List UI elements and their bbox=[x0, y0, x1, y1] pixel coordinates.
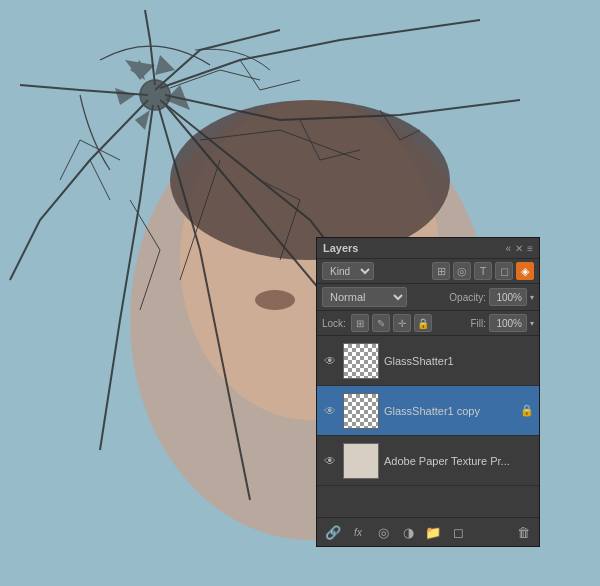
link-layers-icon[interactable]: 🔗 bbox=[323, 522, 343, 542]
lock-label: Lock: bbox=[322, 318, 346, 329]
lock-all-btn[interactable]: 🔒 bbox=[414, 314, 432, 332]
delete-layer-icon[interactable]: 🗑 bbox=[513, 522, 533, 542]
filter-smart-icon[interactable]: ◈ bbox=[516, 262, 534, 280]
blend-mode-select[interactable]: Normal bbox=[322, 287, 407, 307]
filter-adjust-icon[interactable]: ◎ bbox=[453, 262, 471, 280]
layer-item[interactable]: 👁 Adobe Paper Texture Pr... bbox=[317, 436, 539, 486]
new-layer-icon[interactable]: ◻ bbox=[448, 522, 468, 542]
panel-header: Layers « ✕ ≡ bbox=[317, 238, 539, 259]
filter-pixel-icon[interactable]: ⊞ bbox=[432, 262, 450, 280]
new-group-icon[interactable]: 📁 bbox=[423, 522, 443, 542]
opacity-label: Opacity: bbox=[449, 292, 486, 303]
panel-footer: 🔗 fx ◎ ◑ 📁 ◻ 🗑 bbox=[317, 517, 539, 546]
opacity-value[interactable]: 100% bbox=[489, 288, 527, 306]
layer-thumbnail bbox=[343, 343, 379, 379]
layer-item[interactable]: 👁 GlassShatter1 bbox=[317, 336, 539, 386]
add-mask-icon[interactable]: ◎ bbox=[373, 522, 393, 542]
layers-panel: Layers « ✕ ≡ Kind ⊞ ◎ T ◻ ◈ Normal Opaci… bbox=[316, 237, 540, 547]
create-adjustment-icon[interactable]: ◑ bbox=[398, 522, 418, 542]
layer-visibility-toggle[interactable]: 👁 bbox=[322, 354, 338, 368]
panel-title: Layers bbox=[323, 242, 358, 254]
lock-move-btn[interactable]: ✛ bbox=[393, 314, 411, 332]
close-icon[interactable]: ✕ bbox=[515, 243, 523, 254]
filter-type-icon[interactable]: T bbox=[474, 262, 492, 280]
fill-value[interactable]: 100% bbox=[489, 314, 527, 332]
layers-list: 👁 GlassShatter1 👁 GlassShatter1 copy 🔒 👁… bbox=[317, 336, 539, 517]
lock-pixels-btn[interactable]: ⊞ bbox=[351, 314, 369, 332]
layer-item[interactable]: 👁 GlassShatter1 copy 🔒 bbox=[317, 386, 539, 436]
collapse-icon[interactable]: « bbox=[506, 243, 512, 254]
opacity-dropdown-arrow[interactable]: ▾ bbox=[530, 293, 534, 302]
lock-row: Lock: ⊞ ✎ ✛ 🔒 Fill: 100% ▾ bbox=[317, 311, 539, 336]
layer-thumbnail bbox=[343, 393, 379, 429]
lock-draw-btn[interactable]: ✎ bbox=[372, 314, 390, 332]
layer-name: Adobe Paper Texture Pr... bbox=[384, 455, 534, 467]
add-style-icon[interactable]: fx bbox=[348, 522, 368, 542]
layer-visibility-toggle[interactable]: 👁 bbox=[322, 404, 338, 418]
blend-opacity-row: Normal Opacity: 100% ▾ bbox=[317, 284, 539, 311]
kind-select[interactable]: Kind bbox=[322, 262, 374, 280]
layer-name: GlassShatter1 bbox=[384, 355, 534, 367]
panel-menu-icon[interactable]: ≡ bbox=[527, 243, 533, 254]
layer-lock-icon: 🔒 bbox=[520, 404, 534, 417]
filter-shape-icon[interactable]: ◻ bbox=[495, 262, 513, 280]
layer-thumbnail bbox=[343, 443, 379, 479]
filter-row: Kind ⊞ ◎ T ◻ ◈ bbox=[317, 259, 539, 284]
layer-name: GlassShatter1 copy bbox=[384, 405, 515, 417]
fill-label: Fill: bbox=[470, 318, 486, 329]
layer-visibility-toggle[interactable]: 👁 bbox=[322, 454, 338, 468]
fill-dropdown-arrow[interactable]: ▾ bbox=[530, 319, 534, 328]
